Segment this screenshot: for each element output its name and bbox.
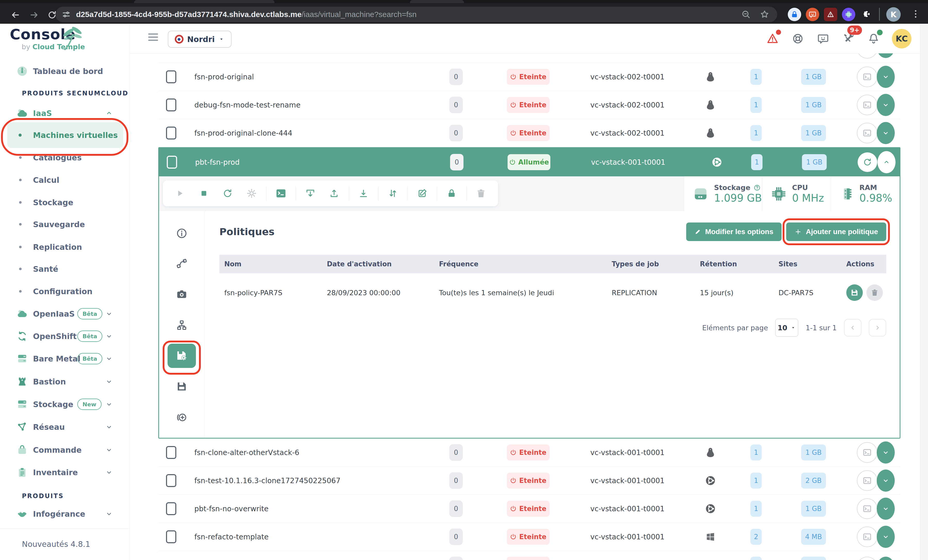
console-button[interactable] [857, 53, 878, 58]
previous-page-button[interactable] [844, 319, 861, 336]
browser-tab[interactable] [410, 0, 464, 3]
console-button[interactable] [857, 470, 878, 491]
vm-row[interactable]: fsn-test-10.1.16.3-clone1727450225067 0 … [158, 467, 901, 495]
tab-info-icon[interactable] [176, 228, 188, 239]
edit-options-button[interactable]: Modifier les options [686, 223, 781, 241]
user-avatar[interactable]: KC [892, 29, 911, 49]
add-policy-button[interactable]: Ajouter une politique [786, 223, 886, 241]
flame-extension-icon[interactable] [842, 8, 855, 21]
rename-button[interactable] [413, 188, 432, 198]
sidebar-item-reseau[interactable]: Réseau [0, 419, 130, 435]
console-button[interactable] [857, 442, 878, 463]
browser-tab[interactable] [134, 0, 275, 3]
sidebar-item-bastion[interactable]: Bastion [0, 374, 130, 389]
sidebar-item-machines-virtuelles[interactable]: Machines virtuelles [0, 127, 130, 143]
help-icon[interactable] [754, 184, 761, 191]
lock-button[interactable] [443, 188, 461, 198]
row-checkbox[interactable] [166, 446, 176, 459]
sidebar-item-sante[interactable]: Santé [0, 261, 130, 277]
feedback-chat-icon[interactable] [816, 32, 830, 46]
vm-row[interactable]: debug-fsn-mode-test-rename 0 Eteinte vc-… [158, 91, 901, 119]
console-terminal-button[interactable] [272, 188, 290, 199]
row-checkbox[interactable] [166, 530, 176, 543]
expand-row-button[interactable] [877, 94, 895, 116]
collapse-row-button[interactable] [878, 151, 896, 173]
duckduckgo-extension-icon[interactable] [806, 8, 819, 21]
refresh-button[interactable] [858, 153, 877, 172]
zoom-out-icon[interactable] [741, 9, 751, 19]
extensions-puzzle-icon[interactable] [860, 8, 873, 21]
vm-row[interactable]: fsn-prod-original-clone-444 0 Eteinte vc… [158, 119, 901, 147]
sidebar-item-bare-metal[interactable]: Bare Metal Bêta [0, 351, 130, 366]
sidebar-item-infogerance[interactable]: Infogérance [0, 506, 130, 522]
sidebar-item-catalogues[interactable]: Catalogues [0, 150, 130, 165]
brand-logo[interactable]: Console by Cloud Temple [0, 24, 130, 53]
stop-button[interactable] [195, 188, 213, 198]
vm-row[interactable]: fsn-refacto-template 0 Eteinte vc-vstack… [158, 523, 901, 551]
bookmark-star-icon[interactable] [760, 9, 769, 19]
vm-row[interactable]: pbt-fsn-no-overwrite 0 Eteinte vc-vstack… [158, 495, 901, 523]
snapshot-restore-button[interactable] [301, 188, 320, 198]
resize-button[interactable] [383, 188, 402, 198]
sidebar-item-inventaire[interactable]: Inventaire [0, 465, 130, 480]
next-page-button[interactable] [869, 319, 886, 336]
sidebar-item-dashboard[interactable]: Tableau de bord [0, 63, 130, 79]
settings-button[interactable] [242, 188, 261, 198]
sidebar-item-configuration[interactable]: Configuration [0, 284, 130, 299]
ublock-extension-icon[interactable] [824, 8, 837, 21]
vm-row[interactable]: fsn-clone-alter-otherVstack-6 0 Eteinte … [158, 439, 901, 467]
sidebar-item-calcul[interactable]: Calcul [0, 172, 130, 188]
sidebar-item-sauvegarde[interactable]: Sauvegarde [0, 217, 130, 232]
policy-delete-button[interactable] [866, 284, 883, 301]
sidebar-footer-version[interactable]: Nouveautés 4.8.1 [0, 536, 130, 552]
tab-save-icon[interactable] [176, 381, 188, 392]
sidebar-item-openshift[interactable]: OpenShift Bêta [0, 328, 130, 344]
page-scrollbar[interactable] [920, 24, 928, 560]
hamburger-menu-icon[interactable] [148, 34, 158, 41]
expand-row-button[interactable] [877, 441, 895, 464]
expand-row-button[interactable] [877, 526, 895, 548]
support-lifebuoy-icon[interactable] [791, 32, 805, 46]
console-button[interactable] [857, 557, 878, 560]
vm-row[interactable]: fsn-prod-original 0 Eteinte vc-vstack-00… [158, 63, 901, 91]
sidebar-item-commande[interactable]: Commande [0, 442, 130, 458]
row-checkbox[interactable] [166, 474, 176, 487]
expand-row-button[interactable] [877, 53, 895, 58]
vm-row-selected[interactable]: pbt-fsn-prod 0 Allumée vc-vstack-001-t00… [159, 148, 900, 176]
sidebar-item-openiaas[interactable]: OpenIaaS Bêta [0, 306, 130, 322]
url-text[interactable]: d25a7d5d-1855-4cd4-955b-d57ad3771474.shi… [76, 10, 417, 19]
password-manager-extension-icon[interactable] [788, 8, 801, 21]
tools-icon[interactable]: 9+ [841, 32, 855, 46]
sidebar-item-stockage-new[interactable]: Stockage New [0, 397, 130, 412]
site-settings-icon[interactable] [62, 10, 71, 19]
sidebar-item-replication[interactable]: Replication [0, 239, 130, 255]
tab-attach-icon[interactable] [176, 412, 188, 423]
import-button[interactable] [354, 188, 373, 198]
delete-button[interactable] [472, 188, 490, 198]
browser-menu-icon[interactable] [910, 9, 921, 19]
row-checkbox[interactable] [167, 156, 177, 169]
console-button[interactable] [857, 123, 878, 143]
console-button[interactable] [857, 95, 878, 115]
row-checkbox[interactable] [166, 99, 176, 111]
restart-button[interactable] [218, 188, 237, 198]
console-button[interactable] [857, 526, 878, 547]
tab-backup-policies-active[interactable] [168, 344, 196, 368]
tab-network-icon[interactable] [176, 319, 188, 331]
url-bar[interactable]: d25a7d5d-1855-4cd4-955b-d57ad3771474.shi… [55, 7, 777, 22]
play-button[interactable] [171, 188, 189, 198]
row-checkbox[interactable] [166, 70, 176, 83]
console-button[interactable] [857, 498, 878, 519]
forward-icon[interactable] [29, 10, 39, 20]
console-button[interactable] [857, 67, 878, 87]
row-checkbox[interactable] [166, 127, 176, 139]
policy-backup-now-button[interactable] [846, 284, 863, 301]
notifications-bell-icon[interactable] [867, 32, 881, 46]
expand-row-button[interactable] [877, 66, 895, 88]
page-size-select[interactable]: 10 [775, 319, 798, 337]
row-checkbox[interactable] [166, 502, 176, 515]
sidebar-item-iaas[interactable]: IaaS [0, 105, 130, 121]
alerts-warning-icon[interactable] [766, 32, 780, 46]
tenant-selector[interactable]: Nordri [168, 31, 232, 48]
expand-row-button[interactable] [877, 122, 895, 144]
